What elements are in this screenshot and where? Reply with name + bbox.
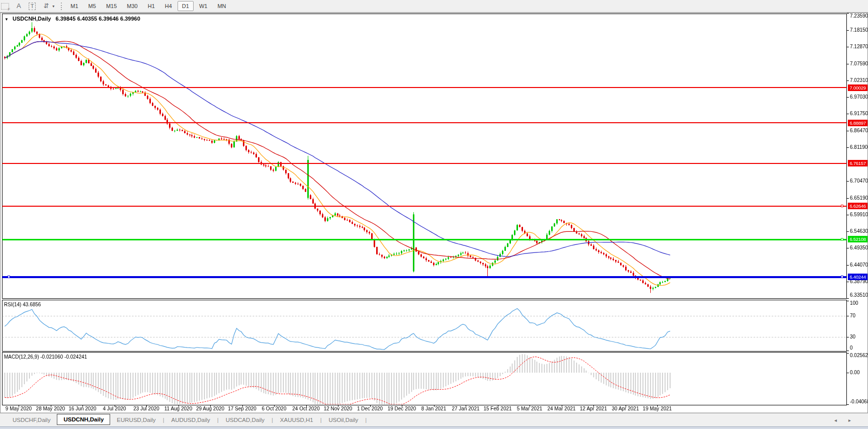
status-strip [0, 426, 868, 429]
tab-scroll-right-icon[interactable]: ▸ [848, 417, 851, 423]
timeframe-button-mn[interactable]: MN [213, 1, 230, 11]
timeframe-button-m15[interactable]: M15 [102, 1, 121, 11]
tab-usdchf[interactable]: USDCHF,Daily [6, 415, 57, 425]
cycle-arrows-icon[interactable]: ⇵ [40, 1, 52, 12]
tab-eurusd[interactable]: EURUSD,Daily [110, 415, 162, 425]
timeframe-button-w1[interactable]: W1 [195, 1, 212, 11]
timeframe-button-m30[interactable]: M30 [122, 1, 142, 11]
tab-usoil[interactable]: USOil,Daily [322, 415, 365, 425]
timeframe-button-d1[interactable]: D1 [178, 1, 194, 11]
timeframe-button-h1[interactable]: H1 [143, 1, 159, 11]
timeframe-button-m1[interactable]: M1 [66, 1, 82, 11]
text-label-icon[interactable]: A [13, 1, 25, 12]
timeframe-button-h4[interactable]: H4 [160, 1, 177, 11]
chart-canvas[interactable] [0, 0, 868, 429]
tab-audusd[interactable]: AUDUSD,Daily [164, 415, 216, 425]
text-box-icon[interactable]: T [29, 3, 36, 10]
grid-f-icon[interactable]: F [1, 3, 9, 10]
timeframe-toolbar: M1M5M15M30H1H4D1W1MN [65, 1, 231, 11]
tab-separator: | [365, 417, 367, 423]
tab-xauusd[interactable]: XAUUSD,H1 [274, 415, 320, 425]
timeframe-button-m5[interactable]: M5 [84, 1, 101, 11]
toolbar-grip [61, 3, 62, 10]
top-toolbar: F A T ⇵ ▾ M1M5M15M30H1H4D1W1MN [0, 0, 868, 13]
dropdown-caret-icon[interactable]: ▾ [52, 4, 57, 9]
tab-usdcad[interactable]: USDCAD,Daily [219, 415, 271, 425]
tab-scroll-left-icon[interactable]: ◂ [834, 417, 837, 423]
tab-usdcnh[interactable]: USDCNH,Daily [57, 414, 110, 425]
chart-tab-bar: USDCHF,DailyUSDCNH,DailyEURUSD,Daily|AUD… [0, 413, 868, 426]
